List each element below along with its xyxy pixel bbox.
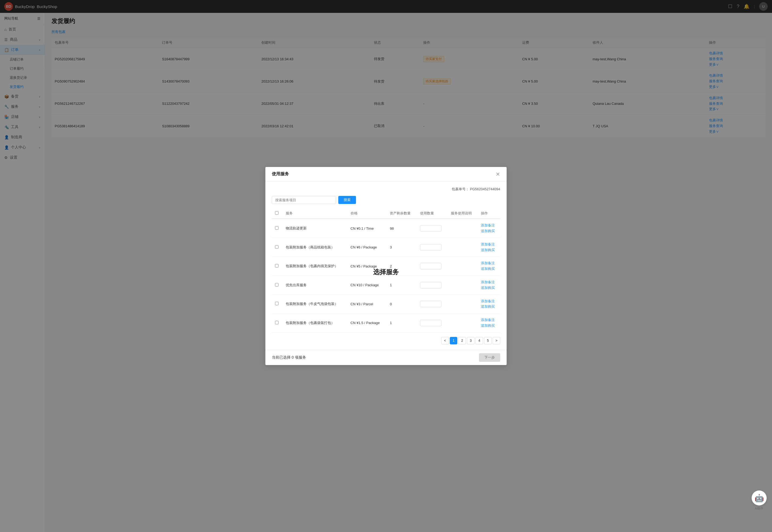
service-row: 物流轨迹更新 CN ¥0.1 / Time 98 添加备注追加购买 bbox=[272, 219, 500, 238]
cell-ops: 添加备注追加购买 bbox=[478, 276, 500, 295]
select-all-checkbox[interactable] bbox=[275, 211, 279, 215]
service-checkbox-3[interactable] bbox=[275, 283, 279, 287]
cell-service-name: 包装附加服务（包裹内填充保护） bbox=[283, 257, 347, 276]
col-ops: 操作 bbox=[478, 208, 500, 219]
use-service-modal: 使用服务 ✕ 包裹单号： PG5620452744094 搜索 服务 价格 bbox=[265, 167, 507, 365]
selected-count: 当前已选择 0 项服务 bbox=[272, 355, 306, 360]
service-checkbox-2[interactable] bbox=[275, 264, 279, 267]
cell-price: CN ¥5 / Package bbox=[347, 257, 387, 276]
cell-remaining: 1 bbox=[387, 314, 417, 333]
cell-desc bbox=[448, 238, 478, 257]
service-checkbox-0[interactable] bbox=[275, 226, 279, 230]
modal-overlay[interactable]: 使用服务 ✕ 包裹单号： PG5620452744094 搜索 服务 价格 bbox=[0, 0, 772, 532]
service-action-link-3-0[interactable]: 添加备注 bbox=[481, 280, 497, 285]
service-qty-input-5[interactable] bbox=[420, 320, 441, 326]
cell-ops: 添加备注追加购买 bbox=[478, 257, 500, 276]
service-action-link-1-1[interactable]: 追加购买 bbox=[481, 247, 497, 253]
cell-checkbox bbox=[272, 238, 283, 257]
package-number: 包裹单号： PG5620452744094 bbox=[272, 187, 500, 192]
service-qty-input-3[interactable] bbox=[420, 282, 441, 288]
next-step-button[interactable]: 下一步 bbox=[479, 353, 500, 362]
cell-desc bbox=[448, 295, 478, 314]
cell-desc bbox=[448, 276, 478, 295]
service-checkbox-1[interactable] bbox=[275, 245, 279, 249]
modal-close-button[interactable]: ✕ bbox=[496, 172, 500, 177]
cell-service-name: 包装附加服务（商品纸箱包装） bbox=[283, 238, 347, 257]
cell-price: CN ¥6 / Package bbox=[347, 238, 387, 257]
page-1-button[interactable]: 1 bbox=[450, 337, 457, 344]
cell-desc bbox=[448, 257, 478, 276]
page-3-button[interactable]: 3 bbox=[467, 337, 474, 344]
service-qty-input-2[interactable] bbox=[420, 263, 441, 269]
cell-remaining: 1 bbox=[387, 276, 417, 295]
cell-desc bbox=[448, 219, 478, 238]
service-row: 优先出库服务 CN ¥10 / Package 1 添加备注追加购买 bbox=[272, 276, 500, 295]
cell-checkbox bbox=[272, 276, 283, 295]
col-desc: 服务使用说明 bbox=[448, 208, 478, 219]
service-action-link-5-1[interactable]: 追加购买 bbox=[481, 323, 497, 329]
cell-qty bbox=[417, 295, 448, 314]
cell-remaining: 2 bbox=[387, 257, 417, 276]
service-action-link-5-0[interactable]: 添加备注 bbox=[481, 317, 497, 323]
cell-remaining: 3 bbox=[387, 238, 417, 257]
service-action-link-2-0[interactable]: 添加备注 bbox=[481, 261, 497, 266]
service-action-link-4-1[interactable]: 追加购买 bbox=[481, 304, 497, 310]
cell-ops: 添加备注追加购买 bbox=[478, 314, 500, 333]
cell-qty bbox=[417, 238, 448, 257]
service-search-button[interactable]: 搜索 bbox=[338, 196, 356, 204]
page-4-button[interactable]: 4 bbox=[476, 337, 483, 344]
pagination: < 1 2 3 4 5 > bbox=[272, 337, 500, 344]
col-remaining: 资产剩余数量 bbox=[387, 208, 417, 219]
cell-price: CN ¥1.5 / Package bbox=[347, 314, 387, 333]
col-service-name: 服务 bbox=[283, 208, 347, 219]
ai-assistant-widget[interactable]: 🤖 AI助手 bbox=[752, 490, 767, 511]
service-checkbox-4[interactable] bbox=[275, 302, 279, 305]
service-search-bar: 搜索 bbox=[272, 196, 500, 204]
service-row: 包装附加服务（牛皮气泡袋包装） CN ¥3 / Parcel 0 添加备注追加购… bbox=[272, 295, 500, 314]
cell-remaining: 98 bbox=[387, 219, 417, 238]
ai-label: AI助手 bbox=[755, 507, 763, 511]
service-table-wrapper: 服务 价格 资产剩余数量 使用数量 服务使用说明 操作 物流轨迹更新 CN ¥0… bbox=[272, 208, 500, 333]
cell-checkbox bbox=[272, 295, 283, 314]
cell-service-name: 物流轨迹更新 bbox=[283, 219, 347, 238]
cell-ops: 添加备注追加购买 bbox=[478, 238, 500, 257]
service-qty-input-4[interactable] bbox=[420, 301, 441, 307]
modal-header: 使用服务 ✕ bbox=[265, 167, 507, 181]
service-action-link-0-0[interactable]: 添加备注 bbox=[481, 223, 497, 228]
cell-checkbox bbox=[272, 219, 283, 238]
service-action-link-3-1[interactable]: 追加购买 bbox=[481, 285, 497, 291]
cell-qty bbox=[417, 314, 448, 333]
modal-footer: 当前已选择 0 项服务 下一步 bbox=[265, 350, 507, 365]
service-row: 包装附加服务（包裹内填充保护） CN ¥5 / Package 2 添加备注追加… bbox=[272, 257, 500, 276]
service-action-link-2-1[interactable]: 追加购买 bbox=[481, 266, 497, 272]
service-action-link-0-1[interactable]: 追加购买 bbox=[481, 228, 497, 234]
service-qty-input-0[interactable] bbox=[420, 225, 441, 232]
cell-service-name: 包装附加服务（牛皮气泡袋包装） bbox=[283, 295, 347, 314]
cell-ops: 添加备注追加购买 bbox=[478, 295, 500, 314]
cell-checkbox bbox=[272, 257, 283, 276]
page-5-button[interactable]: 5 bbox=[484, 337, 492, 344]
service-action-link-4-0[interactable]: 添加备注 bbox=[481, 299, 497, 304]
col-price: 价格 bbox=[347, 208, 387, 219]
col-checkbox bbox=[272, 208, 283, 219]
service-checkbox-5[interactable] bbox=[275, 321, 279, 324]
page-2-button[interactable]: 2 bbox=[458, 337, 466, 344]
col-use-qty: 使用数量 bbox=[417, 208, 448, 219]
page-prev-button[interactable]: < bbox=[441, 337, 449, 344]
service-action-link-1-0[interactable]: 添加备注 bbox=[481, 242, 497, 247]
service-qty-input-1[interactable] bbox=[420, 244, 441, 251]
cell-checkbox bbox=[272, 314, 283, 333]
service-search-input[interactable] bbox=[272, 196, 336, 204]
service-row: 包装附加服务（商品纸箱包装） CN ¥6 / Package 3 添加备注追加购… bbox=[272, 238, 500, 257]
cell-service-name: 优先出库服务 bbox=[283, 276, 347, 295]
cell-price: CN ¥3 / Parcel bbox=[347, 295, 387, 314]
pkg-no-label: 包裹单号： bbox=[452, 187, 469, 191]
page-next-button[interactable]: > bbox=[493, 337, 500, 344]
cell-qty bbox=[417, 219, 448, 238]
cell-price: CN ¥0.1 / Time bbox=[347, 219, 387, 238]
modal-body: 包裹单号： PG5620452744094 搜索 服务 价格 资产剩余数量 使用… bbox=[265, 181, 507, 350]
cell-qty bbox=[417, 276, 448, 295]
cell-service-name: 包装附加服务（包裹袋装打包） bbox=[283, 314, 347, 333]
cell-remaining: 0 bbox=[387, 295, 417, 314]
cell-desc bbox=[448, 314, 478, 333]
